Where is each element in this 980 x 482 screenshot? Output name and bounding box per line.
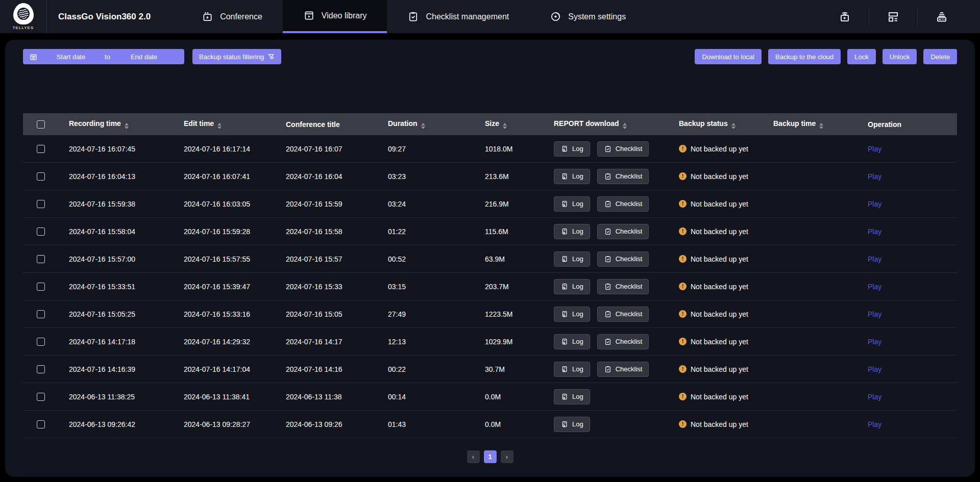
col-report-download[interactable]: REPORT download [544,119,669,129]
checklist-button[interactable]: Checklist [597,141,649,157]
col-backup-status[interactable]: Backup status [669,119,763,129]
recorder-device-icon[interactable] [918,9,966,24]
backup-status-text: Not backed up yet [691,283,748,291]
checklist-button[interactable]: Checklist [597,279,649,294]
log-button[interactable]: Log [554,362,590,377]
lock-button[interactable]: Lock [847,49,875,64]
next-page-button[interactable]: › [501,450,513,463]
backup-status-text: Not backed up yet [691,393,748,401]
checklist-button[interactable]: Checklist [597,251,649,267]
row-checkbox[interactable] [37,172,45,181]
table-header-row: Recording time Edit time Conference titl… [23,113,957,135]
cast-play-icon[interactable] [821,9,869,24]
log-button[interactable]: Log [554,334,590,349]
cell-duration: 03:23 [378,172,475,181]
col-conference-title: Conference title [276,120,378,129]
col-recording-time[interactable]: Recording time [59,119,174,129]
log-button[interactable]: Log [554,417,590,432]
warning-icon: ! [679,420,687,428]
warning-icon: ! [679,200,687,208]
row-checkbox[interactable] [37,365,45,373]
tab-system-settings[interactable]: System settings [529,0,646,33]
play-link[interactable]: Play [868,227,881,236]
select-all-checkbox[interactable] [37,120,45,129]
row-checkbox[interactable] [37,200,45,208]
cell-recording-time: 2024-07-16 15:59:38 [59,200,174,208]
play-link[interactable]: Play [868,420,881,428]
cell-size: 1029.9M [475,338,544,346]
log-button[interactable]: Log [554,224,590,239]
sort-icon[interactable] [623,123,627,129]
play-link[interactable]: Play [868,145,881,153]
cell-conference-title: 2024-07-16 15:33 [276,283,378,291]
tab-checklist-management[interactable]: Checklist management [387,0,529,33]
sort-icon[interactable] [217,123,222,129]
play-link[interactable]: Play [868,283,881,291]
col-edit-time[interactable]: Edit time [174,119,276,129]
warning-icon: ! [679,172,687,180]
col-duration[interactable]: Duration [378,119,475,129]
backup-to-cloud-button[interactable]: Backup to the cloud [768,49,841,64]
play-link[interactable]: Play [868,338,881,346]
tab-conference[interactable]: Conference [181,0,283,33]
checklist-button[interactable]: Checklist [597,334,649,349]
play-link[interactable]: Play [868,172,881,181]
checklist-button[interactable]: Checklist [597,362,649,377]
log-button[interactable]: Log [554,307,590,322]
log-button[interactable]: Log [554,141,590,157]
download-to-local-button[interactable]: Download to local [695,49,762,64]
row-checkbox[interactable] [37,255,45,263]
play-link[interactable]: Play [868,393,881,401]
sort-icon[interactable] [731,123,736,129]
cell-duration: 01:43 [378,420,475,428]
play-link[interactable]: Play [868,200,881,208]
current-page-button[interactable]: 1 [484,450,497,463]
log-button[interactable]: Log [554,251,590,267]
start-date-field[interactable]: Start date [37,53,105,61]
row-checkbox[interactable] [37,145,45,153]
sort-icon[interactable] [503,123,507,129]
table-row: 2024-07-16 16:04:13 2024-07-16 16:07:41 … [23,163,957,190]
row-checkbox[interactable] [37,283,45,291]
brand-logo: TELLYES [0,0,47,33]
row-checkbox[interactable] [37,227,45,236]
play-link[interactable]: Play [868,255,881,263]
row-checkbox[interactable] [37,420,45,428]
col-size[interactable]: Size [475,119,544,129]
prev-page-button[interactable]: ‹ [467,450,480,463]
checklist-button[interactable]: Checklist [597,196,649,212]
log-icon [560,172,569,181]
date-range-picker[interactable]: Start date to End date [23,49,184,64]
log-button[interactable]: Log [554,389,590,404]
row-checkbox[interactable] [37,310,45,318]
checklist-icon [407,11,419,22]
end-date-field[interactable]: End date [110,53,178,61]
log-button[interactable]: Log [554,279,590,294]
cell-recording-time: 2024-07-16 15:57:00 [59,255,174,263]
log-button-label: Log [572,172,583,180]
play-link[interactable]: Play [868,365,881,373]
checklist-button[interactable]: Checklist [597,224,649,239]
log-button-label: Log [572,283,583,290]
cell-recording-time: 2024-06-13 11:38:25 [59,393,174,401]
col-backup-time[interactable]: Backup time [763,119,857,129]
log-button-label: Log [572,255,583,263]
unlock-button[interactable]: Unlock [883,49,917,64]
layout-icon[interactable] [869,9,917,24]
sort-icon[interactable] [125,123,129,129]
checklist-button[interactable]: Checklist [597,169,649,184]
backup-status-filter-button[interactable]: Backup status filtering [192,49,281,64]
row-checkbox[interactable] [37,338,45,346]
row-checkbox[interactable] [37,393,45,401]
delete-button[interactable]: Delete [923,49,957,64]
sort-icon[interactable] [421,123,425,129]
warning-icon: ! [679,255,687,263]
sort-icon[interactable] [819,123,823,129]
tab-video-library[interactable]: Video library [283,0,387,33]
checklist-button[interactable]: Checklist [597,307,649,322]
play-link[interactable]: Play [868,310,881,318]
cell-size: 213.6M [475,172,544,181]
log-button[interactable]: Log [554,169,590,184]
log-button[interactable]: Log [554,196,590,212]
table-row: 2024-06-13 09:26:42 2024-06-13 09:28:27 … [23,411,957,438]
